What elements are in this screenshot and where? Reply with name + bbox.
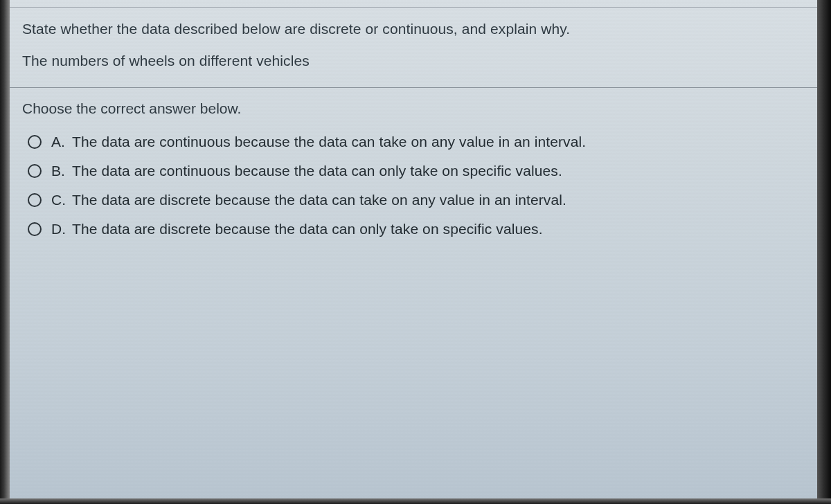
option-text: The data are continuous because the data… <box>72 134 586 150</box>
options-group: A. The data are continuous because the d… <box>10 128 817 237</box>
option-a[interactable]: A. The data are continuous because the d… <box>28 134 805 150</box>
option-text: The data are discrete because the data c… <box>72 192 566 208</box>
question-panel: State whether the data described below a… <box>10 0 817 498</box>
option-letter: D. <box>51 221 72 237</box>
instruction-text: Choose the correct answer below. <box>10 88 817 128</box>
option-letter: A. <box>51 134 72 150</box>
screen-bezel-right <box>817 0 831 504</box>
radio-d[interactable] <box>28 222 42 236</box>
option-d[interactable]: D. The data are discrete because the dat… <box>28 221 805 237</box>
option-letter: B. <box>51 163 72 179</box>
question-header: State whether the data described below a… <box>10 8 817 83</box>
radio-c[interactable] <box>28 193 42 207</box>
option-text: The data are discrete because the data c… <box>72 221 543 237</box>
option-letter: C. <box>51 192 72 208</box>
radio-b[interactable] <box>28 164 42 178</box>
option-text: The data are continuous because the data… <box>72 163 562 179</box>
screen-bezel-left <box>0 0 10 504</box>
screen-bezel-bottom <box>0 498 831 504</box>
option-c[interactable]: C. The data are discrete because the dat… <box>28 192 805 208</box>
radio-a[interactable] <box>28 135 42 149</box>
option-b[interactable]: B. The data are continuous because the d… <box>28 163 805 179</box>
question-prompt: State whether the data described below a… <box>22 21 805 37</box>
question-subject: The numbers of wheels on different vehic… <box>22 53 805 69</box>
